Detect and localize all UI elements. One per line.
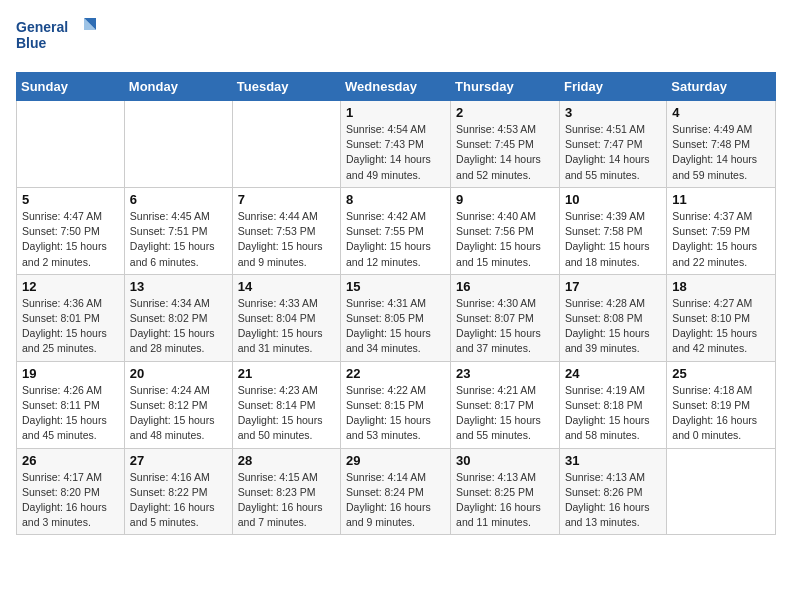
day-info: Sunrise: 4:47 AM Sunset: 7:50 PM Dayligh… [22, 209, 119, 270]
day-cell: 4Sunrise: 4:49 AM Sunset: 7:48 PM Daylig… [667, 101, 776, 188]
day-number: 31 [565, 453, 661, 468]
day-info: Sunrise: 4:16 AM Sunset: 8:22 PM Dayligh… [130, 470, 227, 531]
svg-text:General: General [16, 19, 68, 35]
day-cell: 14Sunrise: 4:33 AM Sunset: 8:04 PM Dayli… [232, 274, 340, 361]
day-cell: 15Sunrise: 4:31 AM Sunset: 8:05 PM Dayli… [341, 274, 451, 361]
logo: General Blue [16, 16, 96, 60]
day-number: 23 [456, 366, 554, 381]
day-info: Sunrise: 4:51 AM Sunset: 7:47 PM Dayligh… [565, 122, 661, 183]
day-info: Sunrise: 4:17 AM Sunset: 8:20 PM Dayligh… [22, 470, 119, 531]
day-cell: 16Sunrise: 4:30 AM Sunset: 8:07 PM Dayli… [451, 274, 560, 361]
day-info: Sunrise: 4:53 AM Sunset: 7:45 PM Dayligh… [456, 122, 554, 183]
day-cell: 21Sunrise: 4:23 AM Sunset: 8:14 PM Dayli… [232, 361, 340, 448]
day-cell: 25Sunrise: 4:18 AM Sunset: 8:19 PM Dayli… [667, 361, 776, 448]
day-info: Sunrise: 4:23 AM Sunset: 8:14 PM Dayligh… [238, 383, 335, 444]
day-number: 27 [130, 453, 227, 468]
day-number: 29 [346, 453, 445, 468]
week-row-3: 12Sunrise: 4:36 AM Sunset: 8:01 PM Dayli… [17, 274, 776, 361]
day-info: Sunrise: 4:14 AM Sunset: 8:24 PM Dayligh… [346, 470, 445, 531]
day-cell: 5Sunrise: 4:47 AM Sunset: 7:50 PM Daylig… [17, 187, 125, 274]
column-header-monday: Monday [124, 73, 232, 101]
day-number: 13 [130, 279, 227, 294]
week-row-1: 1Sunrise: 4:54 AM Sunset: 7:43 PM Daylig… [17, 101, 776, 188]
day-number: 8 [346, 192, 445, 207]
day-cell: 24Sunrise: 4:19 AM Sunset: 8:18 PM Dayli… [559, 361, 666, 448]
column-header-sunday: Sunday [17, 73, 125, 101]
day-cell: 29Sunrise: 4:14 AM Sunset: 8:24 PM Dayli… [341, 448, 451, 535]
day-number: 6 [130, 192, 227, 207]
day-number: 20 [130, 366, 227, 381]
day-info: Sunrise: 4:26 AM Sunset: 8:11 PM Dayligh… [22, 383, 119, 444]
day-info: Sunrise: 4:21 AM Sunset: 8:17 PM Dayligh… [456, 383, 554, 444]
day-number: 30 [456, 453, 554, 468]
day-cell: 12Sunrise: 4:36 AM Sunset: 8:01 PM Dayli… [17, 274, 125, 361]
day-info: Sunrise: 4:13 AM Sunset: 8:26 PM Dayligh… [565, 470, 661, 531]
day-cell: 31Sunrise: 4:13 AM Sunset: 8:26 PM Dayli… [559, 448, 666, 535]
day-number: 16 [456, 279, 554, 294]
day-info: Sunrise: 4:24 AM Sunset: 8:12 PM Dayligh… [130, 383, 227, 444]
day-cell [232, 101, 340, 188]
week-row-5: 26Sunrise: 4:17 AM Sunset: 8:20 PM Dayli… [17, 448, 776, 535]
day-info: Sunrise: 4:34 AM Sunset: 8:02 PM Dayligh… [130, 296, 227, 357]
day-info: Sunrise: 4:42 AM Sunset: 7:55 PM Dayligh… [346, 209, 445, 270]
day-cell: 1Sunrise: 4:54 AM Sunset: 7:43 PM Daylig… [341, 101, 451, 188]
week-row-4: 19Sunrise: 4:26 AM Sunset: 8:11 PM Dayli… [17, 361, 776, 448]
day-info: Sunrise: 4:30 AM Sunset: 8:07 PM Dayligh… [456, 296, 554, 357]
day-cell: 19Sunrise: 4:26 AM Sunset: 8:11 PM Dayli… [17, 361, 125, 448]
svg-text:Blue: Blue [16, 35, 47, 51]
day-cell: 10Sunrise: 4:39 AM Sunset: 7:58 PM Dayli… [559, 187, 666, 274]
day-cell: 2Sunrise: 4:53 AM Sunset: 7:45 PM Daylig… [451, 101, 560, 188]
day-cell: 20Sunrise: 4:24 AM Sunset: 8:12 PM Dayli… [124, 361, 232, 448]
day-info: Sunrise: 4:27 AM Sunset: 8:10 PM Dayligh… [672, 296, 770, 357]
day-cell: 26Sunrise: 4:17 AM Sunset: 8:20 PM Dayli… [17, 448, 125, 535]
day-number: 24 [565, 366, 661, 381]
calendar-table: SundayMondayTuesdayWednesdayThursdayFrid… [16, 72, 776, 535]
day-cell: 6Sunrise: 4:45 AM Sunset: 7:51 PM Daylig… [124, 187, 232, 274]
day-number: 19 [22, 366, 119, 381]
day-info: Sunrise: 4:37 AM Sunset: 7:59 PM Dayligh… [672, 209, 770, 270]
day-number: 3 [565, 105, 661, 120]
day-cell: 27Sunrise: 4:16 AM Sunset: 8:22 PM Dayli… [124, 448, 232, 535]
day-number: 5 [22, 192, 119, 207]
day-cell: 8Sunrise: 4:42 AM Sunset: 7:55 PM Daylig… [341, 187, 451, 274]
day-cell: 9Sunrise: 4:40 AM Sunset: 7:56 PM Daylig… [451, 187, 560, 274]
day-info: Sunrise: 4:18 AM Sunset: 8:19 PM Dayligh… [672, 383, 770, 444]
day-number: 10 [565, 192, 661, 207]
day-number: 11 [672, 192, 770, 207]
day-cell: 17Sunrise: 4:28 AM Sunset: 8:08 PM Dayli… [559, 274, 666, 361]
day-cell: 3Sunrise: 4:51 AM Sunset: 7:47 PM Daylig… [559, 101, 666, 188]
day-info: Sunrise: 4:40 AM Sunset: 7:56 PM Dayligh… [456, 209, 554, 270]
day-info: Sunrise: 4:15 AM Sunset: 8:23 PM Dayligh… [238, 470, 335, 531]
logo-svg: General Blue [16, 16, 96, 60]
day-number: 2 [456, 105, 554, 120]
day-info: Sunrise: 4:28 AM Sunset: 8:08 PM Dayligh… [565, 296, 661, 357]
week-row-2: 5Sunrise: 4:47 AM Sunset: 7:50 PM Daylig… [17, 187, 776, 274]
column-header-thursday: Thursday [451, 73, 560, 101]
day-info: Sunrise: 4:39 AM Sunset: 7:58 PM Dayligh… [565, 209, 661, 270]
day-info: Sunrise: 4:45 AM Sunset: 7:51 PM Dayligh… [130, 209, 227, 270]
day-cell [667, 448, 776, 535]
day-number: 12 [22, 279, 119, 294]
day-cell [17, 101, 125, 188]
day-number: 22 [346, 366, 445, 381]
day-number: 7 [238, 192, 335, 207]
column-header-saturday: Saturday [667, 73, 776, 101]
day-cell: 22Sunrise: 4:22 AM Sunset: 8:15 PM Dayli… [341, 361, 451, 448]
day-cell: 30Sunrise: 4:13 AM Sunset: 8:25 PM Dayli… [451, 448, 560, 535]
day-number: 21 [238, 366, 335, 381]
day-number: 1 [346, 105, 445, 120]
day-number: 25 [672, 366, 770, 381]
day-cell: 7Sunrise: 4:44 AM Sunset: 7:53 PM Daylig… [232, 187, 340, 274]
day-number: 4 [672, 105, 770, 120]
column-header-tuesday: Tuesday [232, 73, 340, 101]
day-cell: 28Sunrise: 4:15 AM Sunset: 8:23 PM Dayli… [232, 448, 340, 535]
day-cell [124, 101, 232, 188]
page-header: General Blue [16, 16, 776, 60]
day-number: 26 [22, 453, 119, 468]
day-number: 17 [565, 279, 661, 294]
day-number: 28 [238, 453, 335, 468]
day-cell: 23Sunrise: 4:21 AM Sunset: 8:17 PM Dayli… [451, 361, 560, 448]
column-header-wednesday: Wednesday [341, 73, 451, 101]
day-info: Sunrise: 4:19 AM Sunset: 8:18 PM Dayligh… [565, 383, 661, 444]
day-cell: 18Sunrise: 4:27 AM Sunset: 8:10 PM Dayli… [667, 274, 776, 361]
